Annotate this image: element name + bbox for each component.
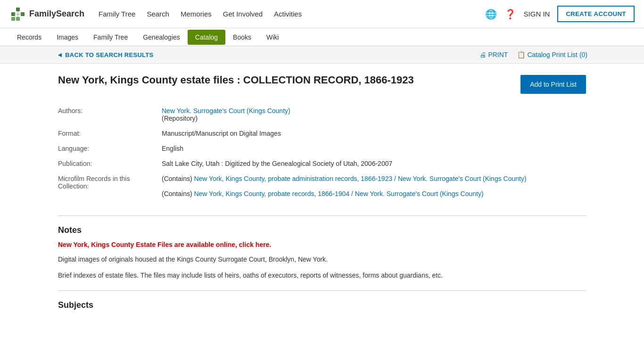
- help-icon[interactable]: ❓: [504, 8, 516, 20]
- main-content: New York, Kings County estate files : CO…: [49, 64, 595, 325]
- subnav-records[interactable]: Records: [9, 30, 49, 45]
- print-icon: 🖨: [479, 51, 486, 58]
- globe-icon[interactable]: 🌐: [485, 8, 497, 20]
- record-header: New York, Kings County estate files : CO…: [58, 73, 586, 94]
- notes-section: Notes New York, Kings County Estate File…: [58, 225, 586, 281]
- subnav-catalog[interactable]: Catalog: [188, 30, 225, 45]
- details-table: Authors: New York. Surrogate's Court (Ki…: [58, 103, 586, 201]
- svg-rect-5: [11, 17, 15, 21]
- nav-search[interactable]: Search: [147, 10, 169, 18]
- print-link[interactable]: 🖨 PRINT: [479, 51, 508, 58]
- svg-rect-4: [16, 17, 20, 21]
- language-label: Language:: [58, 141, 162, 156]
- print-label: PRINT: [488, 51, 508, 58]
- create-account-button[interactable]: CREATE ACCOUNT: [557, 6, 635, 22]
- subnav-family-tree[interactable]: Family Tree: [86, 30, 135, 45]
- notes-highlight-link[interactable]: New York, Kings County Estate Files are …: [58, 241, 271, 248]
- back-label: BACK TO SEARCH RESULTS: [65, 51, 153, 58]
- authors-sub: (Repository): [162, 115, 198, 122]
- subnav-images[interactable]: Images: [49, 30, 86, 45]
- microfilm-label: Microfilm Records in this Collection:: [58, 171, 162, 201]
- microfilm-contains2-prefix: (Contains): [162, 190, 194, 197]
- microfilm-contains2-link[interactable]: New York, Kings County, probate records,…: [194, 190, 483, 197]
- sign-in-link[interactable]: SIGN IN: [524, 10, 550, 18]
- nav-get-involved[interactable]: Get Involved: [223, 10, 263, 18]
- microfilm-row: Microfilm Records in this Collection: (C…: [58, 171, 586, 201]
- nav-family-tree[interactable]: Family Tree: [99, 10, 135, 18]
- authors-row: Authors: New York. Surrogate's Court (Ki…: [58, 103, 586, 126]
- back-to-search-link[interactable]: ◄ BACK TO SEARCH RESULTS: [57, 51, 154, 58]
- catalog-list-icon: 📋: [517, 51, 525, 58]
- logo-link[interactable]: FamilySearch: [9, 6, 84, 23]
- subjects-section: Subjects: [58, 300, 586, 310]
- divider-1: [58, 215, 586, 216]
- format-label: Format:: [58, 126, 162, 141]
- notes-highlight[interactable]: New York, Kings County Estate Files are …: [58, 241, 586, 248]
- language-row: Language: English: [58, 141, 586, 156]
- subnav-books[interactable]: Books: [225, 30, 259, 45]
- language-value: English: [162, 141, 586, 156]
- logo-text: FamilySearch: [29, 9, 84, 19]
- header-actions: 🌐 ❓ SIGN IN CREATE ACCOUNT: [485, 6, 635, 22]
- microfilm-contains1-prefix: (Contains): [162, 175, 194, 182]
- breadcrumb-bar: ◄ BACK TO SEARCH RESULTS 🖨 PRINT 📋 Catal…: [0, 46, 644, 64]
- add-to-print-list-button[interactable]: Add to Print List: [520, 75, 586, 94]
- notes-text1: Digital images of originals housed at th…: [58, 254, 586, 264]
- authors-value: New York. Surrogate's Court (Kings Count…: [162, 103, 586, 126]
- microfilm-contains1-link[interactable]: New York, Kings County, probate administ…: [194, 175, 526, 182]
- format-value: Manuscript/Manuscript on Digital Images: [162, 126, 586, 141]
- divider-2: [58, 290, 586, 291]
- publication-value: Salt Lake City, Utah : Digitized by the …: [162, 156, 586, 171]
- notes-section-title: Notes: [58, 225, 586, 235]
- authors-label: Authors:: [58, 103, 162, 126]
- back-arrow-icon: ◄: [57, 51, 63, 58]
- publication-row: Publication: Salt Lake City, Utah : Digi…: [58, 156, 586, 171]
- subjects-section-title: Subjects: [58, 300, 586, 310]
- notes-text2: Brief indexes of estate files. The files…: [58, 270, 586, 280]
- format-row: Format: Manuscript/Manuscript on Digital…: [58, 126, 586, 141]
- logo-icon: [9, 6, 26, 23]
- svg-rect-2: [16, 8, 20, 11]
- microfilm-value: (Contains) New York, Kings County, proba…: [162, 171, 586, 201]
- main-nav: Family Tree Search Memories Get Involved…: [99, 10, 485, 18]
- catalog-print-link[interactable]: 📋 Catalog Print List (0): [517, 51, 587, 58]
- sub-nav: Records Images Family Tree Genealogies C…: [0, 28, 644, 46]
- nav-activities[interactable]: Activities: [274, 10, 302, 18]
- site-header: FamilySearch Family Tree Search Memories…: [0, 0, 644, 28]
- authors-link[interactable]: New York. Surrogate's Court (Kings Count…: [162, 107, 290, 115]
- nav-memories[interactable]: Memories: [181, 10, 212, 18]
- subnav-genealogies[interactable]: Genealogies: [135, 30, 188, 45]
- catalog-print-label: Catalog Print List (0): [527, 51, 587, 58]
- print-actions: 🖨 PRINT 📋 Catalog Print List (0): [479, 51, 587, 58]
- subnav-wiki[interactable]: Wiki: [259, 30, 286, 45]
- publication-label: Publication:: [58, 156, 162, 171]
- record-title: New York, Kings County estate files : CO…: [58, 73, 414, 88]
